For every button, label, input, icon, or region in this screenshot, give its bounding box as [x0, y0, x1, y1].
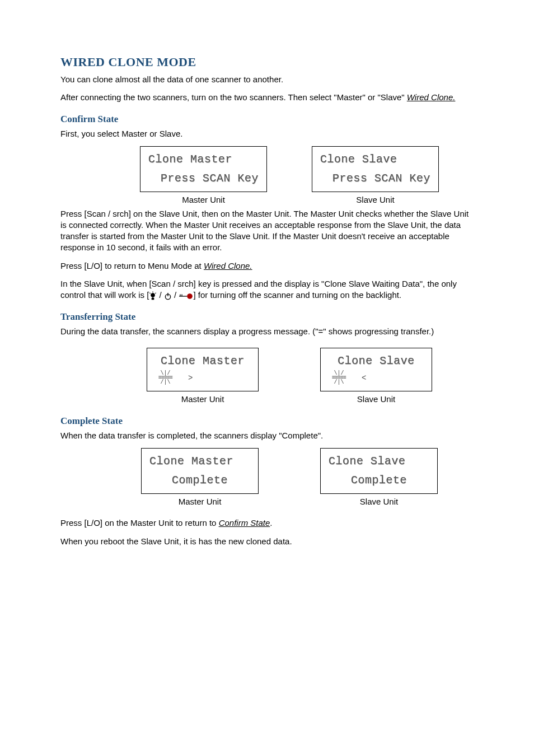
lcd-text: Clone Slave — [329, 355, 424, 367]
complete-master-col: Clone Master Complete Master Unit — [141, 448, 259, 507]
press-lo-master-para: Press [L/O] on the Master Unit to return… — [60, 517, 474, 529]
arrow-right-icon: > — [188, 373, 193, 384]
lcd-confirm-master: Clone Master Press SCAN Key — [140, 146, 267, 192]
bulb-icon — [149, 291, 157, 300]
sun-bot: /|\ — [161, 380, 171, 385]
confirm-state-heading: Confirm State — [60, 113, 474, 126]
lcd-text: Clone Slave — [329, 455, 429, 468]
sun-bot: /|\ — [334, 380, 344, 385]
arrow-left-icon: < — [362, 373, 367, 384]
lcd-text: Complete — [149, 474, 250, 487]
complete-heading: Complete State — [60, 415, 474, 428]
transferring-heading: Transferring State — [60, 311, 474, 324]
slave-wait-b: ] for turning off the scanner and turnin… — [193, 290, 401, 300]
intro-para-2: After connecting the two scanners, turn … — [60, 92, 474, 103]
lcd-text: Press SCAN Key — [320, 172, 430, 185]
lcd-confirm-slave: Clone Slave Press SCAN Key — [312, 146, 439, 192]
press-lo-master-a: Press [L/O] on the Master Unit to return… — [60, 518, 219, 528]
progress-row: \|/ ≡≡≡≡≡ /|\ < — [329, 370, 424, 386]
svg-point-0 — [151, 293, 154, 297]
complete-screens-row: Clone Master Complete Master Unit Clone … — [60, 448, 496, 507]
complete-body: When the data transfer is completed, the… — [60, 430, 474, 441]
press-lo-para: Press [L/O] to return to Menu Mode at Wi… — [60, 260, 474, 272]
caption-slave: Slave Unit — [357, 394, 395, 405]
caption-master: Master Unit — [179, 496, 222, 507]
lcd-transfer-master: Clone Master \|/ ≡≡≡≡≡ /|\ > — [147, 348, 259, 391]
complete-slave-col: Clone Slave Complete Slave Unit — [320, 448, 438, 507]
lcd-complete-master: Clone Master Complete — [141, 448, 259, 494]
confirm-master-col: Clone Master Press SCAN Key Master Unit — [140, 146, 267, 206]
icon-separator: / — [157, 290, 164, 300]
progress-row: \|/ ≡≡≡≡≡ /|\ > — [155, 370, 250, 386]
reboot-para: When you reboot the Slave Unit, it is ha… — [60, 536, 474, 547]
lcd-transfer-slave: Clone Slave \|/ ≡≡≡≡≡ /|\ < — [320, 348, 432, 391]
slave-wait-para: In the Slave Unit, when [Scan / srch] ke… — [60, 278, 474, 301]
power-icon — [164, 292, 172, 300]
confirm-body: Press [Scan / srch] on the Slave Unit, t… — [60, 208, 474, 254]
svg-line-2 — [150, 293, 151, 293]
progress-bar-icon: \|/ ≡≡≡≡≡ /|\ — [158, 371, 172, 385]
lcd-text: Clone Slave — [320, 153, 430, 166]
confirm-screens-row: Clone Master Press SCAN Key Master Unit … — [60, 146, 496, 206]
progress-bar-icon: \|/ ≡≡≡≡≡ /|\ — [332, 371, 346, 385]
wired-clone-link[interactable]: Wired Clone. — [407, 92, 456, 102]
transfer-slave-col: Clone Slave \|/ ≡≡≡≡≡ /|\ < Slave Unit — [320, 348, 432, 405]
confirm-slave-col: Clone Slave Press SCAN Key Slave Unit — [312, 146, 439, 206]
page-title: WIRED CLONE MODE — [60, 54, 474, 71]
transfer-screens-row: Clone Master \|/ ≡≡≡≡≡ /|\ > Master Unit… — [60, 348, 496, 405]
lcd-text: Press SCAN Key — [148, 172, 259, 185]
caption-master: Master Unit — [181, 394, 224, 405]
document-page: WIRED CLONE MODE You can clone almost al… — [0, 0, 534, 756]
intro-para-1: You can clone almost all the data of one… — [60, 74, 474, 85]
transferring-body: During the data transfer, the scanners d… — [60, 326, 474, 337]
confirm-first-line: First, you select Master or Slave. — [60, 128, 474, 139]
lcd-text: Clone Master — [155, 355, 250, 367]
lcd-text: Complete — [329, 474, 429, 487]
lcd-text: Clone Master — [149, 455, 250, 468]
intro-para-2-text: After connecting the two scanners, turn … — [60, 92, 407, 102]
transfer-master-col: Clone Master \|/ ≡≡≡≡≡ /|\ > Master Unit — [147, 348, 259, 405]
confirm-state-link[interactable]: Confirm State — [219, 518, 270, 528]
svg-line-3 — [156, 293, 157, 293]
press-lo-master-b: . — [270, 518, 272, 528]
lock-key-icon — [179, 292, 193, 300]
icon-separator: / — [172, 290, 179, 300]
lcd-complete-slave: Clone Slave Complete — [320, 448, 438, 494]
press-lo-text: Press [L/O] to return to Menu Mode at — [60, 261, 204, 270]
lcd-text: Clone Master — [148, 153, 259, 166]
caption-slave: Slave Unit — [360, 496, 398, 507]
caption-master: Master Unit — [182, 194, 225, 206]
svg-point-11 — [188, 294, 192, 298]
caption-slave: Slave Unit — [356, 194, 394, 206]
svg-rect-5 — [152, 298, 154, 299]
wired-clone-link-2[interactable]: Wired Clone. — [204, 261, 252, 270]
